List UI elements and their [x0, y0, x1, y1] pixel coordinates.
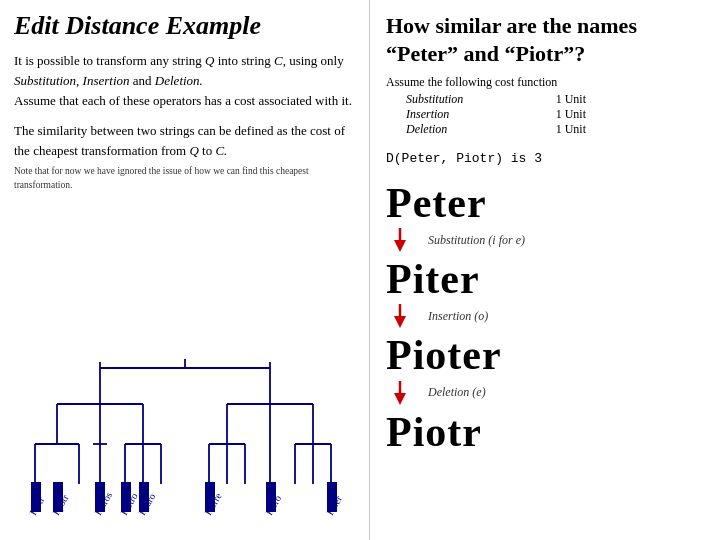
op-label-3: Deletion (e) [428, 385, 486, 400]
cost-table: Substitution 1 Unit Insertion 1 Unit Del… [406, 92, 704, 137]
word-row-pioter: Pioter [386, 332, 704, 378]
arrow-row-2: Insertion (o) [386, 304, 704, 328]
word-row-piotr: Piotr [386, 409, 704, 455]
leaf-piotr: Piotr [27, 482, 47, 517]
distance-formula: D(Peter, Piotr) is 3 [386, 151, 704, 166]
svg-text:Piotr: Piotr [27, 494, 47, 517]
op-label-2: Insertion (o) [428, 309, 488, 324]
tree-container: .tree-line { stroke: #000080; stroke-wid… [14, 198, 355, 528]
intro-text: It is possible to transform any string Q… [14, 51, 355, 111]
word-display: Peter Substitution (i for e) Piter Inser… [386, 180, 704, 455]
arrow-down-2 [386, 304, 414, 328]
page-title: Edit Distance Example [14, 12, 355, 41]
left-panel: Edit Distance Example It is possible to … [0, 0, 370, 540]
arrow-down-1 [386, 228, 414, 252]
header-line2: “Peter” and “Piotr”? [386, 41, 585, 66]
word-piotr: Piotr [386, 409, 482, 455]
tree-diagram: .tree-line { stroke: #000080; stroke-wid… [15, 354, 355, 524]
cost-label: Assume the following cost function [386, 75, 704, 90]
svg-marker-55 [394, 393, 406, 405]
cost-section: Assume the following cost function Subst… [386, 75, 704, 137]
cost-row-insertion: Insertion 1 Unit [406, 107, 586, 122]
word-piter: Piter [386, 256, 480, 302]
cost-row-deletion: Deletion 1 Unit [406, 122, 586, 137]
val-substitution: 1 Unit [556, 92, 586, 107]
op-label-1: Substitution (i for e) [428, 233, 525, 248]
word-peter: Peter [386, 180, 487, 226]
arrow-row-3: Deletion (e) [386, 381, 704, 405]
op-substitution: Substitution [406, 92, 463, 107]
small-note: Note that for now we have ignored the is… [14, 165, 355, 192]
op-deletion: Deletion [406, 122, 447, 137]
arrow-down-3 [386, 381, 414, 405]
word-row-piter: Piter [386, 256, 704, 302]
val-deletion: 1 Unit [556, 122, 586, 137]
right-header: How similar are the names “Peter” and “P… [386, 12, 704, 67]
arrow-row-1: Substitution (i for e) [386, 228, 704, 252]
header-line1: How similar are the names [386, 13, 637, 38]
word-row-peter: Peter [386, 180, 704, 226]
val-insertion: 1 Unit [556, 107, 586, 122]
right-panel: How similar are the names “Peter” and “P… [370, 0, 720, 540]
similarity-text: The similarity between two strings can b… [14, 121, 355, 161]
cost-row-substitution: Substitution 1 Unit [406, 92, 586, 107]
svg-marker-51 [394, 240, 406, 252]
svg-marker-53 [394, 316, 406, 328]
op-insertion: Insertion [406, 107, 449, 122]
word-pioter: Pioter [386, 332, 502, 378]
